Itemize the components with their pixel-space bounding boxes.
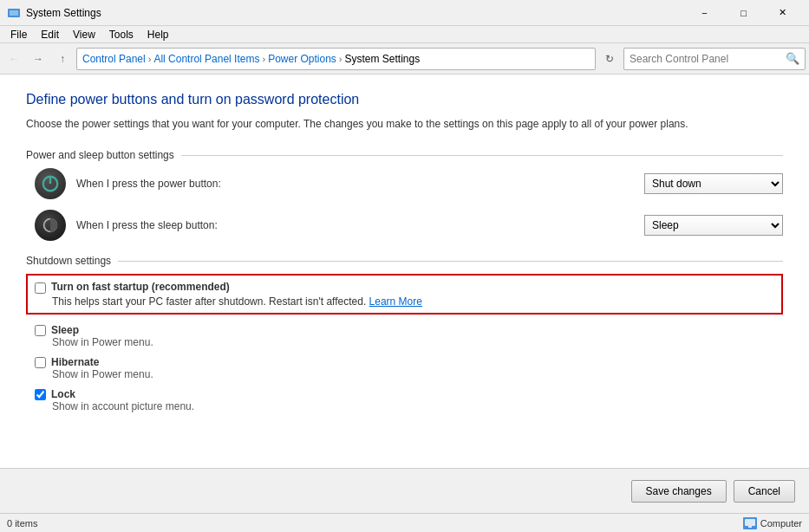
window-title: System Settings bbox=[26, 7, 685, 19]
power-button-dropdown[interactable]: Shut down Sleep Hibernate Do nothing Tur… bbox=[644, 173, 783, 194]
sleep-button-label: When I press the sleep button: bbox=[76, 219, 644, 231]
lock-item: Lock Show in account picture menu. bbox=[26, 387, 783, 412]
search-input[interactable] bbox=[630, 53, 786, 65]
power-button-label: When I press the power button: bbox=[76, 178, 644, 190]
hibernate-item: Hibernate Show in Power menu. bbox=[26, 355, 783, 380]
sleep-label: Sleep bbox=[51, 324, 79, 336]
hibernate-checkbox[interactable] bbox=[35, 357, 46, 368]
up-button[interactable]: ↑ bbox=[52, 49, 73, 69]
status-right: Computer bbox=[743, 517, 802, 529]
lock-desc: Show in account picture menu. bbox=[52, 400, 783, 412]
status-bar: 0 items Computer bbox=[0, 513, 809, 532]
section-divider bbox=[181, 155, 783, 156]
breadcrumb-current: System Settings bbox=[345, 53, 421, 65]
menu-help[interactable]: Help bbox=[140, 27, 176, 42]
sleep-button-row: When I press the sleep button: Sleep Hib… bbox=[26, 210, 783, 241]
sleep-button-dropdown-wrapper: Sleep Hibernate Do nothing Shut down bbox=[644, 215, 783, 236]
fast-startup-label: Turn on fast startup (recommended) bbox=[51, 281, 230, 293]
menu-bar: File Edit View Tools Help bbox=[0, 26, 809, 43]
breadcrumb: Control Panel › All Control Panel Items … bbox=[76, 48, 596, 70]
svg-rect-5 bbox=[748, 526, 752, 528]
window-controls: − □ ✕ bbox=[685, 0, 802, 26]
title-bar: System Settings − □ ✕ bbox=[0, 0, 809, 26]
fast-startup-row: Turn on fast startup (recommended) bbox=[35, 281, 774, 294]
power-sleep-section-header: Power and sleep button settings bbox=[26, 149, 783, 161]
computer-icon bbox=[743, 517, 757, 529]
shutdown-section-header: Shutdown settings bbox=[26, 255, 783, 267]
hibernate-desc: Show in Power menu. bbox=[52, 368, 783, 380]
address-bar: ← → ↑ Control Panel › All Control Panel … bbox=[0, 43, 809, 75]
forward-button[interactable]: → bbox=[28, 49, 49, 69]
sleep-row: Sleep bbox=[35, 323, 783, 336]
breadcrumb-control-panel[interactable]: Control Panel bbox=[82, 53, 146, 65]
menu-file[interactable]: File bbox=[3, 27, 34, 42]
page-description: Choose the power settings that you want … bbox=[26, 116, 783, 132]
svg-rect-1 bbox=[10, 10, 18, 16]
search-box: 🔍 bbox=[623, 48, 806, 70]
power-button-row: When I press the power button: Shut down… bbox=[26, 168, 783, 199]
sleep-button-dropdown[interactable]: Sleep Hibernate Do nothing Shut down bbox=[644, 215, 783, 236]
menu-tools[interactable]: Tools bbox=[102, 27, 140, 42]
sleep-desc: Show in Power menu. bbox=[52, 336, 783, 348]
lock-row: Lock bbox=[35, 387, 783, 400]
fast-startup-item: Turn on fast startup (recommended) This … bbox=[26, 274, 783, 315]
minimize-button[interactable]: − bbox=[685, 0, 724, 26]
back-button[interactable]: ← bbox=[3, 49, 24, 69]
fast-startup-desc: This helps start your PC faster after sh… bbox=[52, 295, 774, 308]
power-button-icon bbox=[35, 168, 66, 199]
maximize-button[interactable]: □ bbox=[724, 0, 763, 26]
shutdown-divider bbox=[118, 261, 783, 262]
refresh-button[interactable]: ↻ bbox=[599, 49, 620, 69]
sleep-checkbox[interactable] bbox=[35, 325, 46, 336]
hibernate-label: Hibernate bbox=[51, 356, 99, 368]
fast-startup-checkbox[interactable] bbox=[35, 282, 46, 294]
lock-checkbox[interactable] bbox=[35, 389, 46, 400]
page-title: Define power buttons and turn on passwor… bbox=[26, 92, 783, 107]
bottom-bar: Save changes Cancel bbox=[0, 468, 809, 513]
breadcrumb-all-items[interactable]: All Control Panel Items bbox=[153, 53, 259, 65]
sleep-button-icon bbox=[35, 210, 66, 241]
main-content: Define power buttons and turn on passwor… bbox=[0, 75, 809, 468]
sleep-item: Sleep Show in Power menu. bbox=[26, 323, 783, 348]
close-button[interactable]: ✕ bbox=[763, 0, 802, 26]
svg-rect-4 bbox=[745, 519, 755, 526]
app-icon bbox=[7, 6, 21, 20]
status-items: 0 items bbox=[7, 518, 37, 529]
learn-more-link[interactable]: Learn More bbox=[369, 295, 422, 308]
menu-view[interactable]: View bbox=[66, 27, 102, 42]
save-changes-button[interactable]: Save changes bbox=[631, 480, 727, 503]
search-icon[interactable]: 🔍 bbox=[786, 52, 799, 65]
menu-edit[interactable]: Edit bbox=[34, 27, 66, 42]
breadcrumb-power-options[interactable]: Power Options bbox=[268, 53, 336, 65]
lock-label: Lock bbox=[51, 388, 75, 400]
computer-label: Computer bbox=[760, 518, 802, 529]
power-button-dropdown-wrapper: Shut down Sleep Hibernate Do nothing Tur… bbox=[644, 173, 783, 194]
hibernate-row: Hibernate bbox=[35, 355, 783, 368]
cancel-button[interactable]: Cancel bbox=[734, 480, 795, 503]
shutdown-section: Shutdown settings Turn on fast startup (… bbox=[26, 255, 783, 412]
